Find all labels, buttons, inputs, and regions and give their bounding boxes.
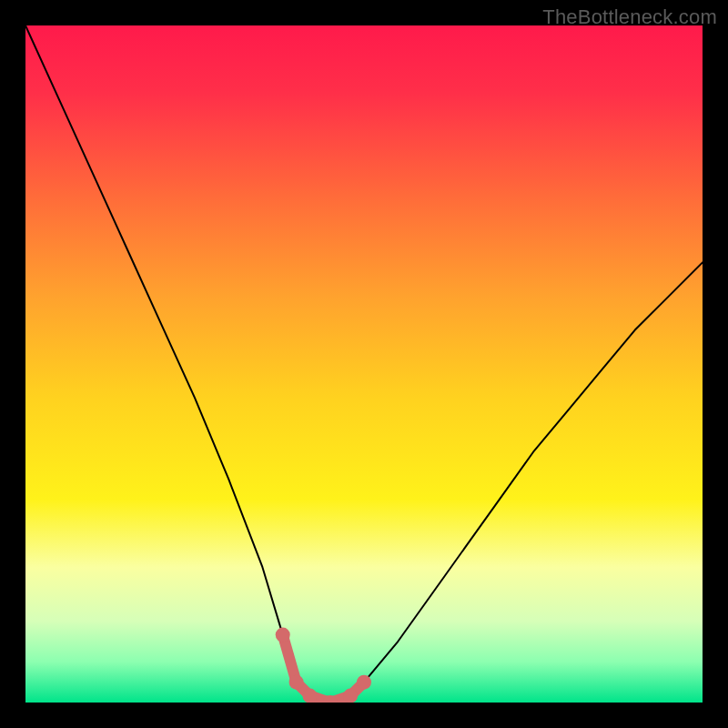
plot-area xyxy=(25,25,703,703)
watermark-text: TheBottleneck.com xyxy=(542,5,717,29)
curve-overlay xyxy=(25,25,703,703)
optimal-dot xyxy=(289,675,304,690)
optimal-dot xyxy=(276,628,290,642)
chart-frame: TheBottleneck.com xyxy=(0,0,728,728)
optimal-dot xyxy=(302,689,317,703)
optimal-dot xyxy=(357,675,371,690)
bottleneck-curve xyxy=(25,25,703,703)
optimal-dot xyxy=(343,689,358,703)
